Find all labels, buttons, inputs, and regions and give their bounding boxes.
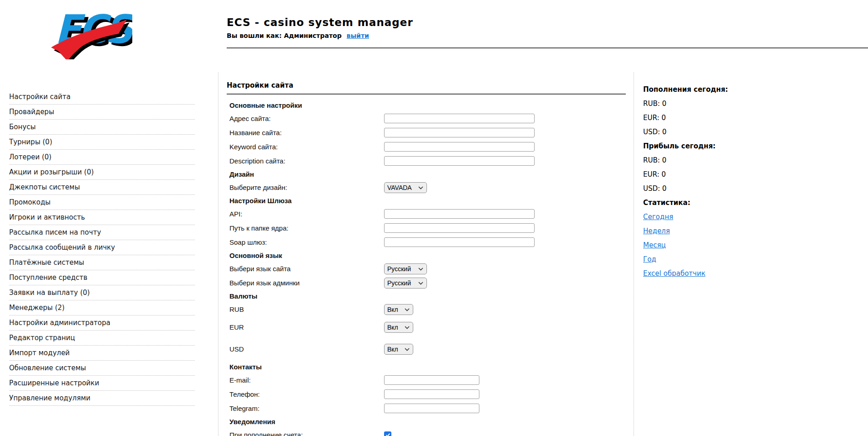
form-field-row: RUB Вкл <box>227 302 626 316</box>
sidebar-item-9[interactable]: Рассылка писем на почту <box>9 225 195 240</box>
stats-line-text: Статистика: <box>643 199 690 207</box>
form-field-row: API: <box>227 207 626 221</box>
sidebar-item-8[interactable]: Игроки и активность <box>9 210 195 225</box>
stats-link-0[interactable]: Сегодня <box>643 213 673 221</box>
stats-line-text: RUB: 0 <box>643 100 666 108</box>
sidebar-item-20[interactable]: Управление модулями <box>9 391 195 406</box>
sidebar-item-7[interactable]: Промокоды <box>9 195 195 210</box>
sidebar-item-label: Поступление средств <box>9 273 88 282</box>
text-input[interactable] <box>384 156 535 166</box>
stats-link-row: Год <box>643 252 858 266</box>
sidebar-item-label: Импорт модулей <box>9 349 70 357</box>
text-input[interactable] <box>384 404 479 413</box>
stats-line-text: Пополнения сегодня: <box>643 85 728 94</box>
sidebar-item-3[interactable]: Турниры (0) <box>9 135 195 150</box>
sidebar-item-5[interactable]: Акции и розыгрыши (0) <box>9 165 195 180</box>
select-input[interactable]: Русский <box>384 278 427 289</box>
text-input[interactable] <box>384 389 479 399</box>
sidebar-item-12[interactable]: Поступление средств <box>9 270 195 285</box>
select-input[interactable]: Вкл <box>384 344 413 355</box>
sidebar-item-4[interactable]: Лотереи (0) <box>9 150 195 165</box>
form-field-row: Keyword сайта: <box>227 140 626 154</box>
settings-panel: Настройки сайта Основные настройки Адрес… <box>227 80 626 436</box>
form-section-row: Основной язык <box>227 249 626 262</box>
field-label: Description сайта: <box>229 157 384 165</box>
select-input[interactable]: Вкл <box>384 322 413 333</box>
sidebar-item-label: Игроки и активность <box>9 213 85 221</box>
sidebar-item-10[interactable]: Рассылка сообщений в личку <box>9 240 195 255</box>
form-field-row: При пополнение счета: <box>227 428 626 436</box>
sidebar-item-2[interactable]: Бонусы <box>9 120 195 135</box>
stats-link-row: Сегодня <box>643 210 858 224</box>
text-input[interactable] <box>384 114 535 123</box>
text-input[interactable] <box>384 142 535 152</box>
sidebar-item-6[interactable]: Джекпоты системы <box>9 180 195 195</box>
notification-checkbox[interactable] <box>384 431 391 436</box>
page: ECS ECS ECS - casino system manager Вы в… <box>0 0 868 436</box>
form-section-heading: Уведомления <box>229 418 275 425</box>
select-dropdown: Вкл <box>384 344 413 355</box>
field-label: EUR <box>229 323 384 331</box>
text-input[interactable] <box>384 128 535 137</box>
sidebar-item-15[interactable]: Настройки администратора <box>9 315 195 331</box>
ecs-logo-graphic: ECS ECS <box>46 5 132 59</box>
stats-link-2[interactable]: Месяц <box>643 241 666 249</box>
form-section-row: Основные настройки <box>227 99 626 111</box>
sidebar-item-13[interactable]: Заявки на выплату (0) <box>9 285 195 300</box>
sidebar-item-0[interactable]: Настройки сайта <box>9 89 195 105</box>
text-input[interactable] <box>384 237 535 247</box>
sidebar-item-11[interactable]: Платёжные системы <box>9 255 195 270</box>
stats-panel: Пополнения сегодня: RUB: 0 EUR: 0 USD: 0… <box>643 82 858 280</box>
form-section-heading: Дизайн <box>229 170 254 178</box>
form-section-heading: Валюты <box>229 292 257 300</box>
sidebar-item-label: Турниры (0) <box>9 138 52 146</box>
form-field-row: Выберите дизайн: VAVADA <box>227 180 626 194</box>
field-label: Телефон: <box>229 390 384 398</box>
sidebar-item-label: Настройки сайта <box>9 93 71 101</box>
form-section-heading: Контакты <box>229 363 262 371</box>
sidebar-item-label: Промокоды <box>9 198 51 206</box>
sidebar-item-label: Лотереи (0) <box>9 153 52 161</box>
login-user: Администратор <box>284 32 342 39</box>
field-label: Keyword сайта: <box>229 143 384 151</box>
settings-form: Основные настройки Адрес сайта: Название… <box>227 99 626 436</box>
text-input[interactable] <box>384 209 535 219</box>
sidebar-item-17[interactable]: Импорт модулей <box>9 346 195 361</box>
form-section-row: Дизайн <box>227 168 626 180</box>
select-dropdown: VAVADA <box>384 182 427 193</box>
field-label: Выбери язык сайта <box>229 265 384 273</box>
stats-link-row: Месяц <box>643 238 858 252</box>
sidebar-item-14[interactable]: Менеджеры (2) <box>9 300 195 315</box>
deposits-row: USD: 0 <box>643 125 858 139</box>
check-icon <box>385 432 390 436</box>
sidebar-item-1[interactable]: Провайдеры <box>9 105 195 120</box>
sidebar-item-18[interactable]: Обновление системы <box>9 361 195 376</box>
stats-link-3[interactable]: Год <box>643 255 656 263</box>
sidebar-item-label: Редактор страниц <box>9 334 75 342</box>
deposits-row: EUR: 0 <box>643 110 858 125</box>
select-input[interactable]: VAVADA <box>384 182 427 193</box>
stats-link-4[interactable]: Excel обработчик <box>643 269 705 278</box>
select-input[interactable]: Вкл <box>384 304 413 315</box>
sidebar-item-16[interactable]: Редактор страниц <box>9 331 195 346</box>
ecs-logo: ECS ECS <box>46 5 132 59</box>
logout-link[interactable]: выйти <box>347 32 369 39</box>
sidebar-item-label: Рассылка сообщений в личку <box>9 243 115 252</box>
select-dropdown: Вкл <box>384 322 413 333</box>
statistics-heading: Статистика: <box>643 195 858 210</box>
right-separator <box>634 72 634 436</box>
select-input[interactable]: Русский <box>384 263 427 274</box>
select-dropdown: Вкл <box>384 304 413 315</box>
form-field-row: Телефон: <box>227 387 626 401</box>
sidebar-item-19[interactable]: Расширенные настройки <box>9 376 195 391</box>
text-input[interactable] <box>384 375 479 385</box>
stats-link-1[interactable]: Неделя <box>643 227 670 235</box>
stats-link-row: Excel обработчик <box>643 266 858 280</box>
sidebar-item-label: Управление модулями <box>9 394 90 402</box>
form-section-row: Контакты <box>227 361 626 373</box>
deposits-row: RUB: 0 <box>643 96 858 110</box>
stats-line-text: EUR: 0 <box>643 114 666 122</box>
form-section-row: Валюты <box>227 290 626 302</box>
settings-title-divider <box>227 94 626 95</box>
text-input[interactable] <box>384 223 535 233</box>
